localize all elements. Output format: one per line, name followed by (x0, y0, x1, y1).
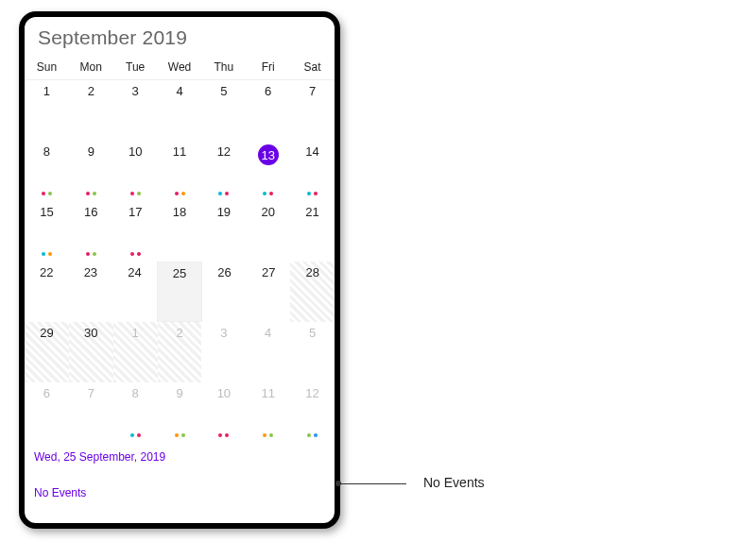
date-cell[interactable]: 12 (201, 141, 246, 201)
date-cell[interactable]: 22 (25, 262, 69, 322)
date-number: 4 (265, 326, 271, 340)
date-cell[interactable]: 21 (290, 201, 335, 262)
weekday-sun: Sun (25, 57, 69, 79)
date-cell[interactable]: 17 (113, 201, 158, 262)
date-number: 23 (84, 265, 97, 279)
event-dot (314, 192, 318, 195)
date-cell[interactable]: 3 (201, 322, 246, 382)
date-cell[interactable]: 13 (246, 141, 290, 201)
date-number: 1 (132, 326, 139, 340)
event-dots (113, 192, 158, 195)
date-cell[interactable]: 5 (290, 322, 335, 382)
date-cell[interactable]: 8 (113, 382, 158, 443)
date-row: 293012345 (25, 322, 335, 382)
event-dot (130, 192, 134, 195)
date-cell[interactable]: 18 (158, 201, 202, 262)
date-cell[interactable]: 27 (247, 262, 291, 322)
event-dot (314, 433, 318, 437)
date-cell[interactable]: 12 (290, 382, 335, 443)
date-cell[interactable]: 5 (201, 80, 246, 141)
event-dot (225, 433, 229, 437)
event-dots (290, 192, 335, 195)
date-cell[interactable]: 19 (201, 201, 246, 262)
date-cell[interactable]: 2 (158, 322, 202, 382)
date-number: 6 (43, 386, 50, 400)
event-dot (86, 192, 90, 195)
event-dot (93, 192, 96, 195)
date-cell[interactable]: 6 (246, 80, 290, 141)
date-cell[interactable]: 9 (158, 382, 202, 443)
date-cell[interactable]: 16 (69, 201, 113, 262)
date-number: 11 (173, 144, 186, 159)
date-cell[interactable]: 15 (25, 201, 69, 262)
event-dot (93, 252, 96, 256)
device-frame: September 2019 Sun Mon Tue Wed Thu Fri S… (19, 11, 340, 529)
event-dots (25, 252, 69, 256)
date-number: 15 (40, 205, 53, 219)
callout-label: No Events (423, 475, 485, 490)
event-dot (175, 192, 179, 195)
date-number: 2 (176, 326, 182, 340)
event-dots (201, 192, 246, 195)
date-cell[interactable]: 6 (25, 382, 69, 443)
date-number: 28 (306, 265, 319, 279)
date-cell[interactable]: 2 (69, 80, 113, 141)
event-dot (269, 192, 273, 195)
date-cell[interactable]: 4 (158, 80, 202, 141)
date-cell[interactable]: 24 (112, 262, 157, 322)
date-number: 6 (265, 84, 271, 98)
date-number: 12 (217, 144, 231, 159)
date-cell[interactable]: 20 (246, 201, 290, 262)
event-dots (201, 433, 246, 437)
event-dot (218, 433, 222, 437)
event-dot (48, 192, 52, 195)
date-cell[interactable]: 10 (113, 141, 158, 201)
date-cell[interactable]: 1 (25, 80, 69, 141)
date-number: 24 (128, 265, 141, 279)
date-cell[interactable]: 14 (290, 141, 335, 201)
agenda-empty-label: No Events (34, 467, 325, 499)
date-cell[interactable]: 28 (290, 262, 335, 322)
date-cell[interactable]: 23 (69, 262, 113, 322)
event-dot (42, 252, 45, 256)
date-cell[interactable]: 26 (202, 262, 247, 322)
event-dot (137, 252, 141, 256)
date-number: 7 (309, 84, 316, 98)
event-dot (137, 192, 141, 195)
date-cell[interactable]: 11 (158, 141, 202, 201)
date-cell[interactable]: 30 (69, 322, 113, 382)
weekday-thu: Thu (201, 57, 246, 79)
date-number: 5 (309, 326, 316, 340)
date-cell[interactable]: 7 (69, 382, 113, 443)
event-dot (263, 192, 266, 195)
date-number: 4 (176, 84, 182, 98)
date-cell[interactable]: 7 (290, 80, 335, 141)
date-cell[interactable]: 3 (113, 80, 158, 141)
date-number: 25 (173, 266, 186, 280)
date-number: 27 (262, 265, 275, 279)
date-cell[interactable]: 10 (201, 382, 246, 443)
date-number: 16 (84, 205, 97, 219)
date-cell[interactable]: 25 (157, 262, 203, 322)
callout-line (338, 483, 406, 484)
date-number: 9 (88, 144, 94, 159)
date-number: 7 (88, 386, 94, 400)
date-number: 18 (173, 205, 186, 219)
date-cell[interactable]: 4 (246, 322, 290, 382)
event-dot (181, 192, 185, 195)
date-number: 8 (132, 386, 139, 400)
date-cell[interactable]: 11 (246, 382, 290, 443)
date-cell[interactable]: 8 (25, 141, 69, 201)
date-cell[interactable]: 29 (25, 322, 69, 382)
calendar-screen: September 2019 Sun Mon Tue Wed Thu Fri S… (25, 17, 335, 523)
event-dot (225, 192, 229, 195)
event-dots (290, 433, 335, 437)
event-dot (263, 433, 266, 437)
month-title: September 2019 (25, 17, 335, 57)
event-dot (130, 252, 134, 256)
date-cell[interactable]: 9 (69, 141, 113, 201)
date-cell[interactable]: 1 (113, 322, 158, 382)
event-dot (175, 433, 179, 437)
event-dots (246, 433, 290, 437)
event-dot (181, 433, 185, 437)
